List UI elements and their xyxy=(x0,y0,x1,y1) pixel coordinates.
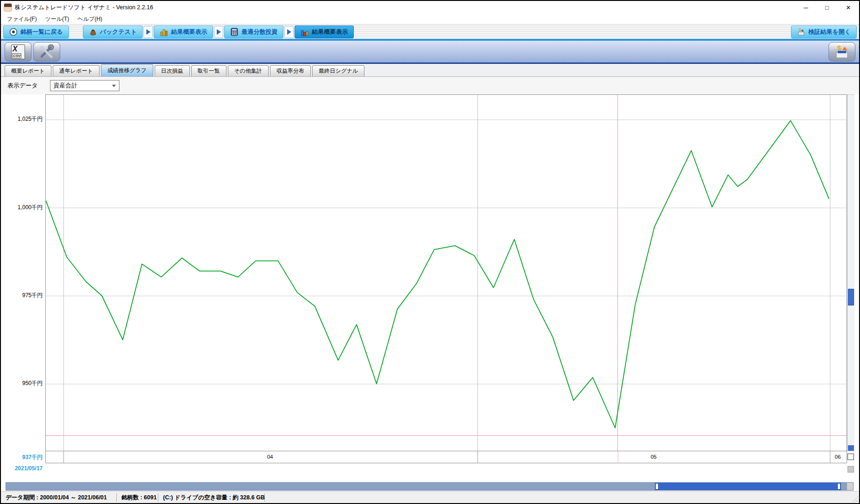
vertical-slider-end-handle[interactable] xyxy=(847,466,854,473)
nav-arrow-icon xyxy=(284,26,294,38)
open-results-icon: $ xyxy=(797,28,805,36)
status-data-period: データ期間 : 2000/01/04 ～ 2021/06/01 xyxy=(1,493,117,502)
crosshair-value-label: 937千円 xyxy=(1,451,45,463)
nav-arrow-icon xyxy=(144,26,153,38)
nav-arrow-icon xyxy=(214,26,223,38)
vertical-range-slider[interactable] xyxy=(847,94,854,451)
y-axis-gutter: 1,025千円1,000千円975千円950千円 xyxy=(1,94,45,451)
status-disk-space-value: 約 328.6 GB xyxy=(232,494,264,501)
date-range-selected[interactable] xyxy=(655,483,841,490)
toolbar: X CSV $ xyxy=(1,41,859,64)
svg-text:$: $ xyxy=(837,44,841,52)
y-axis-tick-label: 1,000千円 xyxy=(18,204,43,212)
month-boundary-tick xyxy=(63,451,64,463)
nav-backtest[interactable]: バックテスト xyxy=(83,25,143,38)
bar-chart-icon xyxy=(160,28,168,36)
tab-other-aggregates[interactable]: その他集計 xyxy=(228,65,269,76)
nav-result-summary[interactable]: 結果概要表示 xyxy=(154,25,213,38)
vertical-slider-cap xyxy=(848,445,854,451)
y-axis-tick-label: 950千円 xyxy=(22,380,43,387)
horizontal-slider-row xyxy=(1,482,859,491)
x-axis-band: 040506 xyxy=(45,451,847,463)
status-disk-space: (C:) ドライブの空き容量 : xyxy=(163,494,232,501)
month-boundary-tick xyxy=(830,451,830,463)
x-axis-month-label: 04 xyxy=(267,451,273,463)
minimize-button[interactable]: ─ xyxy=(795,1,816,14)
tab-daily-pnl[interactable]: 日次損益 xyxy=(155,65,190,76)
nav-result-summary-active[interactable]: 結果概要表示 xyxy=(295,25,354,38)
crosshair-date-label: 2021/05/17 xyxy=(1,463,45,482)
chevron-down-icon xyxy=(112,85,116,87)
display-data-label: 表示データ xyxy=(7,81,38,90)
menu-bar: ファイル(F) ツール(T) ヘルプ(H) xyxy=(1,14,859,24)
status-symbol-count: 銘柄数 : 6091 xyxy=(117,493,158,502)
sack-icon xyxy=(89,28,97,36)
plot-area[interactable] xyxy=(45,94,847,451)
tab-trade-list[interactable]: 取引一覧 xyxy=(191,65,226,76)
range-start-handle[interactable] xyxy=(655,483,659,490)
menu-help[interactable]: ヘルプ(H) xyxy=(73,14,107,24)
y-axis-tick-label: 1,025千円 xyxy=(18,115,43,123)
status-bar: データ期間 : 2000/01/04 ～ 2021/06/01 銘柄数 : 60… xyxy=(1,491,859,503)
tab-final-day-signal[interactable]: 最終日シグナル xyxy=(312,65,364,76)
month-boundary-tick xyxy=(477,451,478,463)
resize-grip-icon[interactable] xyxy=(852,496,858,502)
window-title: 株システムトレードソフト イザナミ - Version 2.2.16 xyxy=(15,4,153,12)
tab-annual-report[interactable]: 通年レポート xyxy=(53,65,100,76)
tab-performance-graph[interactable]: 成績推移グラフ xyxy=(101,64,153,76)
tools-button[interactable] xyxy=(33,42,60,62)
app-window: 株システムトレードソフト イザナミ - Version 2.2.16 ─ □ ✕… xyxy=(0,0,860,504)
tab-return-distribution[interactable]: 収益率分布 xyxy=(270,65,311,76)
money-export-button[interactable]: $ xyxy=(829,42,855,62)
close-button[interactable]: ✕ xyxy=(838,1,859,14)
csv-file-icon: X CSV xyxy=(11,44,25,59)
calculator-icon xyxy=(230,28,239,36)
display-data-select[interactable]: 資産合計 xyxy=(50,80,119,91)
nav-optimal-allocation[interactable]: 最適分散投資 xyxy=(224,25,283,38)
workflow-nav-strip: 銘柄一覧に戻る バックテスト 結果概要表示 最適分散投資 xyxy=(1,24,859,41)
title-bar: 株システムトレードソフト イザナミ - Version 2.2.16 ─ □ ✕ xyxy=(1,1,859,14)
bar-chart-icon xyxy=(301,28,309,36)
report-tab-strip: 概要レポート 通年レポート 成績推移グラフ 日次損益 取引一覧 その他集計 収益… xyxy=(1,64,859,77)
nav-open-results[interactable]: $ 検証結果を開く xyxy=(791,25,857,38)
slider-end-cap xyxy=(847,483,853,490)
nav-back-to-symbol-list[interactable]: 銘柄一覧に戻る xyxy=(3,25,69,38)
app-icon xyxy=(4,3,12,12)
display-data-row: 表示データ 資産合計 xyxy=(1,77,859,94)
x-axis-month-label: 05 xyxy=(651,451,657,463)
tab-overview-report[interactable]: 概要レポート xyxy=(5,65,51,76)
crosshair-vertical-line xyxy=(618,451,618,463)
dollar-export-icon: $ xyxy=(834,44,850,60)
x-axis-month-label: 06 xyxy=(835,451,841,463)
display-data-value: 資産合計 xyxy=(54,81,78,90)
y-axis-tick-label: 975千円 xyxy=(22,292,43,299)
wrench-icon xyxy=(39,44,55,59)
chart-area: 1,025千円1,000千円975千円950千円 937千円 040506 20… xyxy=(1,94,859,482)
eye-icon xyxy=(9,28,18,36)
csv-export-button[interactable]: X CSV xyxy=(5,42,31,62)
maximize-button[interactable]: □ xyxy=(816,1,838,14)
menu-file[interactable]: ファイル(F) xyxy=(3,14,41,24)
vertical-slider-thumb[interactable] xyxy=(848,289,854,305)
date-range-slider[interactable] xyxy=(6,482,854,491)
range-end-handle[interactable] xyxy=(837,483,841,490)
vertical-slider-handle[interactable] xyxy=(847,454,854,460)
menu-tools[interactable]: ツール(T) xyxy=(41,14,73,24)
